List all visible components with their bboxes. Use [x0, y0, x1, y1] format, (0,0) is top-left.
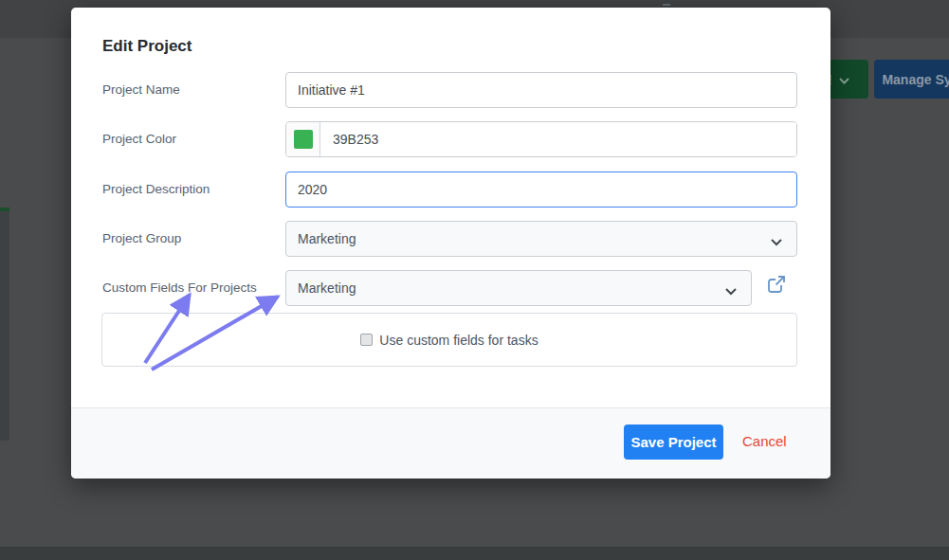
background-bottom-bar [0, 547, 949, 560]
project-group-value: Marketing [298, 231, 356, 246]
chevron-down-icon [725, 283, 737, 298]
external-link-icon[interactable] [767, 275, 786, 294]
custom-fields-tasks-card: Use custom fields for tasks [101, 313, 797, 367]
save-project-button[interactable]: Save Project [624, 425, 723, 460]
color-swatch-addon[interactable] [286, 122, 320, 156]
use-custom-fields-label: Use custom fields for tasks [379, 333, 538, 348]
project-name-label: Project Name [102, 82, 180, 97]
manage-button-label: Manage Sy [882, 72, 949, 87]
background-card-edge [0, 208, 9, 441]
custom-fields-select[interactable]: Marketing [285, 270, 752, 306]
project-group-select[interactable]: Marketing [285, 221, 797, 257]
project-name-input[interactable] [285, 72, 797, 108]
project-color-group [285, 121, 797, 157]
modal-title: Edit Project [102, 37, 192, 56]
modal-footer: Save Project Cancel [71, 407, 830, 479]
color-swatch [294, 130, 313, 149]
cancel-button[interactable]: Cancel [742, 433, 787, 449]
project-group-label: Project Group [102, 231, 181, 245]
project-description-input[interactable] [285, 172, 797, 208]
custom-fields-label: Custom Fields For Projects [102, 280, 257, 295]
chevron-down-icon [771, 234, 782, 249]
background-manage-button[interactable]: Manage Sy [874, 60, 949, 99]
project-description-label: Project Description [102, 182, 210, 196]
project-color-label: Project Color [102, 132, 176, 146]
chevron-down-icon [839, 72, 849, 87]
use-custom-fields-checkbox[interactable] [360, 334, 373, 346]
edit-project-modal: Edit Project Project Name Project Color … [71, 8, 830, 479]
dash-icon [663, 4, 670, 6]
project-color-input[interactable] [320, 122, 796, 156]
custom-fields-value: Marketing [298, 280, 356, 296]
